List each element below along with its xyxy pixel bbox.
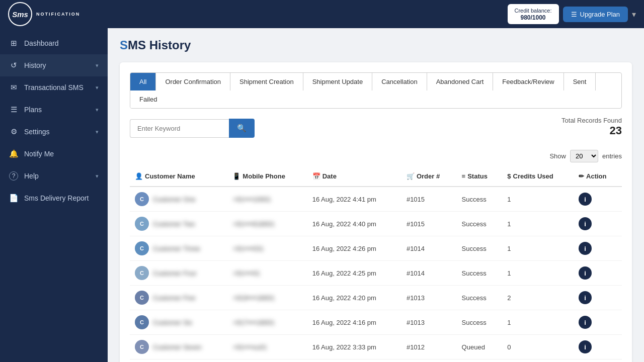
- topbar-right: Credit balance: 980/1000 ☰ Upgrade Plan …: [508, 4, 636, 24]
- col-customer: 👤Customer Name: [130, 166, 227, 187]
- cell-order: #1013: [401, 286, 457, 310]
- credit-label: Credit balance:: [515, 8, 552, 14]
- cell-credits: 1: [502, 236, 574, 261]
- info-button[interactable]: i: [579, 242, 592, 255]
- sidebar-item-plans[interactable]: ☰ Plans ▾: [0, 99, 108, 121]
- credit-badge: Credit balance: 980/1000: [508, 4, 559, 24]
- records-info: Total Records Found 23: [561, 117, 622, 137]
- phone-number: +91••••031: [232, 245, 264, 252]
- sms-delivery-icon: 📄: [9, 194, 18, 203]
- cell-date: 16 Aug, 2022 4:25 pm: [307, 261, 401, 286]
- phone-number: +917••••18001: [232, 319, 275, 326]
- title-rest: MS History: [128, 38, 191, 52]
- sidebar-item-notify[interactable]: 🔔 Notify Me: [0, 143, 108, 165]
- cell-status: Success: [457, 286, 503, 310]
- phone-number: +91••••xu01: [232, 343, 267, 351]
- show-select[interactable]: 10 20 50 100: [570, 150, 598, 162]
- tab-failed[interactable]: Failed: [130, 90, 166, 108]
- cell-date: 16 Aug, 2022 4:26 pm: [307, 236, 401, 261]
- tab-sent[interactable]: Sent: [564, 73, 596, 90]
- cell-phone: +91••••10001: [227, 187, 307, 212]
- logo-sub: NOTIFICATION: [36, 12, 80, 17]
- sidebar-item-history[interactable]: ↺ History ▾: [0, 54, 108, 76]
- cell-phone: +91••••01: [227, 261, 307, 286]
- cell-phone: +91••••xu01: [227, 335, 307, 359]
- page-title: SMS History: [120, 38, 632, 52]
- phone-number: +91••••10001: [232, 196, 271, 203]
- main-layout: ⊞ Dashboard ↺ History ▾ ✉ Transactional …: [0, 28, 644, 362]
- records-count: 23: [561, 124, 622, 137]
- cell-customer: C Customer Four: [130, 261, 227, 286]
- cell-status: Queued: [457, 335, 503, 359]
- history-caret-icon: ▾: [96, 62, 99, 69]
- upgrade-button[interactable]: ☰ Upgrade Plan: [563, 7, 628, 22]
- info-button[interactable]: i: [579, 193, 592, 206]
- info-button[interactable]: i: [579, 217, 592, 230]
- history-icon: ↺: [9, 61, 18, 70]
- customer-name: Customer Six: [153, 319, 192, 326]
- cell-status: Success: [457, 310, 503, 335]
- table-row: C Customer Seven +91••••xu01 16 Aug, 202…: [130, 335, 622, 359]
- tab-shipment-creation[interactable]: Shipment Creation: [230, 73, 303, 90]
- info-button[interactable]: i: [579, 291, 592, 304]
- info-button[interactable]: i: [579, 316, 592, 329]
- col-order: 🛒Order #: [401, 166, 457, 187]
- col-date: 📅Date: [307, 166, 401, 187]
- tab-all[interactable]: All: [130, 73, 156, 90]
- sidebar-item-help[interactable]: ? Help ▾: [0, 165, 108, 187]
- search-input[interactable]: [130, 119, 229, 138]
- table-row: C Customer Two +91••••618001 16 Aug, 202…: [130, 212, 622, 236]
- tab-feedback-review[interactable]: Feedback/Review: [493, 73, 564, 90]
- table-row: C Customer Four +91••••01 16 Aug, 2022 4…: [130, 261, 622, 286]
- show-label-after: entries: [602, 152, 622, 160]
- sidebar-item-settings[interactable]: ⚙ Settings ▾: [0, 121, 108, 143]
- cell-date: 16 Aug, 2022 4:41 pm: [307, 187, 401, 212]
- title-highlight: S: [120, 38, 128, 52]
- sidebar-item-sms-delivery[interactable]: 📄 Sms Delivery Report: [0, 187, 108, 209]
- sidebar-label-transactional: Transactional SMS: [24, 83, 84, 92]
- customer-name: Customer Two: [153, 220, 195, 228]
- phone-number: +91••••01: [232, 269, 260, 277]
- content-area: SMS History All Order Confirmation Shipm…: [108, 28, 644, 362]
- history-table: 👤Customer Name 📱Mobile Phone 📅Date 🛒Orde…: [130, 166, 622, 359]
- sidebar-label-settings: Settings: [24, 128, 50, 136]
- tab-shipment-update[interactable]: Shipment Update: [303, 73, 372, 90]
- cell-credits: 1: [502, 261, 574, 286]
- cell-credits: 1: [502, 187, 574, 212]
- search-button[interactable]: 🔍: [229, 119, 255, 138]
- cell-status: Success: [457, 187, 503, 212]
- table-row: C Customer Three +91••••031 16 Aug, 2022…: [130, 236, 622, 261]
- cell-credits: 0: [502, 335, 574, 359]
- help-icon: ?: [9, 171, 18, 180]
- cell-customer: C Customer Two: [130, 212, 227, 236]
- col-phone: 📱Mobile Phone: [227, 166, 307, 187]
- sidebar-item-transactional[interactable]: ✉ Transactional SMS ▾: [0, 76, 108, 99]
- credit-value: 980/1000: [520, 14, 545, 21]
- sidebar-item-dashboard[interactable]: ⊞ Dashboard: [0, 32, 108, 54]
- tab-order-confirmation[interactable]: Order Confirmation: [156, 73, 230, 90]
- tab-abandoned-cart[interactable]: Abandoned Cart: [427, 73, 494, 90]
- customer-name: Customer Five: [153, 294, 196, 302]
- cell-date: 16 Aug, 2022 3:33 pm: [307, 335, 401, 359]
- sidebar-label-help: Help: [24, 172, 39, 180]
- customer-name: Customer Three: [153, 245, 200, 252]
- tab-cancellation[interactable]: Cancellation: [372, 73, 427, 90]
- table-row: C Customer Six +917••••18001 16 Aug, 202…: [130, 310, 622, 335]
- logo: Sms NOTIFICATION: [8, 2, 80, 26]
- cell-phone: +91••••618001: [227, 212, 307, 236]
- cell-customer: C Customer One: [130, 187, 227, 212]
- avatar: C: [135, 217, 149, 231]
- dashboard-icon: ⊞: [9, 39, 18, 48]
- cell-action: i: [574, 212, 622, 236]
- cell-status: Success: [457, 261, 503, 286]
- customer-name: Customer Seven: [153, 343, 202, 351]
- cell-customer: C Customer Three: [130, 236, 227, 261]
- cell-order: #1012: [401, 335, 457, 359]
- help-caret-icon: ▾: [96, 173, 99, 179]
- notify-icon: 🔔: [9, 149, 18, 158]
- topbar-caret-icon[interactable]: ▾: [632, 10, 636, 19]
- cell-action: i: [574, 286, 622, 310]
- cell-order: #1013: [401, 310, 457, 335]
- info-button[interactable]: i: [579, 340, 592, 353]
- info-button[interactable]: i: [579, 266, 592, 280]
